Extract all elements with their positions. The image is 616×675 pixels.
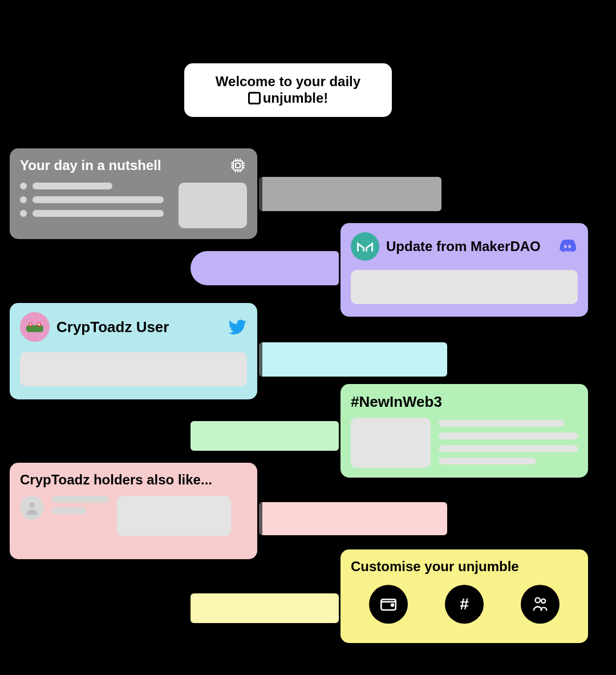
toadz-trail (259, 342, 447, 377)
nutshell-bullets (20, 183, 172, 228)
hashtag-icon[interactable]: # (445, 585, 484, 624)
cryptoadz-content-placeholder (20, 352, 247, 386)
cryptoadz-title: CrypToadz User (56, 318, 221, 336)
svg-point-21 (392, 604, 394, 607)
holders-title: CrypToadz holders also like... (20, 472, 247, 488)
welcome-brand: unjumble! (263, 90, 329, 107)
customise-title: Customise your unjumble (351, 559, 578, 575)
holders-trail (259, 502, 447, 535)
newinweb3-card[interactable]: #NewInWeb3 (339, 382, 590, 479)
svg-rect-0 (233, 161, 242, 170)
svg-rect-14 (26, 325, 43, 332)
svg-point-19 (29, 502, 35, 508)
people-icon[interactable] (521, 585, 560, 624)
twitter-icon (228, 317, 247, 337)
welcome-line1: Welcome to your daily (216, 74, 360, 90)
wallet-icon[interactable] (369, 585, 408, 624)
custom-trail (191, 593, 339, 623)
web3-trail (191, 421, 339, 451)
maker-logo-icon (351, 232, 379, 261)
nutshell-trail (259, 177, 441, 211)
nutshell-card[interactable]: Your day in a nutshell (8, 147, 259, 241)
holders-text-lines (52, 496, 109, 514)
welcome-card: Welcome to your daily unjumble! (183, 62, 394, 119)
person-icon (20, 496, 44, 520)
cryptoadz-avatar-icon (20, 312, 50, 342)
hashtag-glyph: # (460, 595, 469, 613)
nutshell-thumbnail (179, 183, 247, 228)
brand-square-icon (248, 92, 261, 104)
maker-content-placeholder (351, 270, 578, 304)
maker-title: Update from MakerDAO (386, 239, 550, 254)
nutshell-title: Your day in a nutshell (20, 157, 161, 173)
svg-rect-17 (30, 324, 31, 325)
maker-trail (191, 251, 339, 285)
cryptoadz-card[interactable]: CrypToadz User (8, 301, 259, 401)
discord-icon (557, 236, 578, 257)
svg-rect-1 (236, 163, 240, 168)
newinweb3-image-placeholder (351, 418, 431, 468)
chip-icon (229, 156, 247, 175)
svg-rect-18 (38, 324, 40, 325)
holders-content-placeholder (117, 496, 231, 536)
customise-card[interactable]: Customise your unjumble # (339, 548, 590, 645)
svg-point-22 (535, 598, 540, 603)
newinweb3-title: #NewInWeb3 (351, 393, 578, 411)
holders-card[interactable]: CrypToadz holders also like... (8, 461, 259, 561)
maker-card[interactable]: Update from MakerDAO (339, 221, 590, 318)
svg-point-23 (541, 599, 545, 603)
newinweb3-lines (439, 418, 578, 468)
